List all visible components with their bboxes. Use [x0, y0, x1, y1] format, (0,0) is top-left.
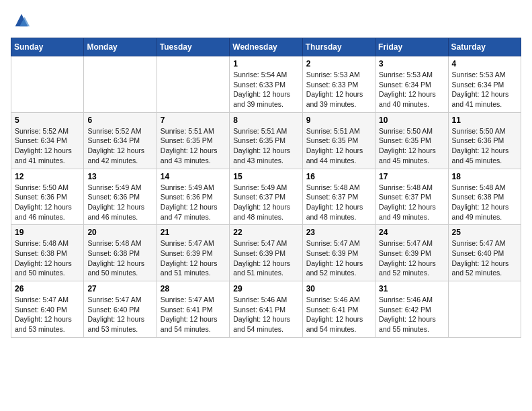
calendar-week-row: 1Sunrise: 5:54 AMSunset: 6:33 PMDaylight… — [11, 56, 521, 113]
calendar-cell: 5Sunrise: 5:52 AMSunset: 6:34 PMDaylight… — [11, 112, 84, 169]
weekday-header: Friday — [375, 38, 448, 56]
day-info: Sunrise: 5:50 AMSunset: 6:36 PMDaylight:… — [15, 183, 80, 222]
day-info: Sunrise: 5:49 AMSunset: 6:36 PMDaylight:… — [161, 183, 226, 222]
day-info: Sunrise: 5:47 AMSunset: 6:39 PMDaylight:… — [233, 238, 298, 278]
calendar-cell: 2Sunrise: 5:53 AMSunset: 6:33 PMDaylight… — [302, 56, 375, 113]
day-number: 10 — [379, 116, 444, 125]
calendar-cell: 25Sunrise: 5:47 AMSunset: 6:40 PMDayligh… — [448, 225, 521, 281]
calendar-cell — [84, 56, 157, 113]
calendar-cell: 1Sunrise: 5:54 AMSunset: 6:33 PMDaylight… — [230, 56, 302, 113]
day-info: Sunrise: 5:48 AMSunset: 6:38 PMDaylight:… — [15, 238, 80, 278]
weekday-header: Wednesday — [230, 38, 302, 56]
day-number: 22 — [233, 228, 298, 237]
calendar-week-row: 5Sunrise: 5:52 AMSunset: 6:34 PMDaylight… — [11, 112, 521, 169]
day-number: 31 — [379, 284, 444, 293]
day-info: Sunrise: 5:51 AMSunset: 6:35 PMDaylight:… — [233, 126, 298, 166]
day-info: Sunrise: 5:53 AMSunset: 6:34 PMDaylight:… — [379, 70, 444, 109]
calendar-cell: 13Sunrise: 5:49 AMSunset: 6:36 PMDayligh… — [84, 169, 157, 225]
page-header — [11, 11, 521, 30]
day-number: 28 — [161, 284, 226, 293]
calendar-cell: 7Sunrise: 5:51 AMSunset: 6:35 PMDaylight… — [157, 112, 229, 169]
calendar-cell: 14Sunrise: 5:49 AMSunset: 6:36 PMDayligh… — [157, 169, 229, 225]
calendar-cell: 21Sunrise: 5:47 AMSunset: 6:39 PMDayligh… — [157, 225, 229, 281]
day-info: Sunrise: 5:47 AMSunset: 6:40 PMDaylight:… — [452, 238, 517, 278]
day-number: 23 — [306, 228, 371, 237]
weekday-header-row: SundayMondayTuesdayWednesdayThursdayFrid… — [11, 38, 521, 56]
day-number: 15 — [233, 172, 298, 181]
day-number: 1 — [233, 59, 298, 68]
calendar-cell: 27Sunrise: 5:47 AMSunset: 6:40 PMDayligh… — [84, 281, 157, 338]
day-info: Sunrise: 5:47 AMSunset: 6:40 PMDaylight:… — [87, 295, 152, 334]
day-info: Sunrise: 5:47 AMSunset: 6:41 PMDaylight:… — [161, 295, 226, 334]
day-number: 21 — [161, 228, 226, 237]
calendar-cell: 20Sunrise: 5:48 AMSunset: 6:38 PMDayligh… — [84, 225, 157, 281]
day-info: Sunrise: 5:50 AMSunset: 6:36 PMDaylight:… — [452, 126, 517, 166]
weekday-header: Sunday — [11, 38, 84, 56]
calendar-cell: 30Sunrise: 5:46 AMSunset: 6:41 PMDayligh… — [302, 281, 375, 338]
day-number: 13 — [87, 172, 152, 181]
day-info: Sunrise: 5:53 AMSunset: 6:33 PMDaylight:… — [306, 70, 371, 109]
day-info: Sunrise: 5:49 AMSunset: 6:37 PMDaylight:… — [233, 183, 298, 222]
day-number: 4 — [452, 59, 517, 68]
calendar-cell: 26Sunrise: 5:47 AMSunset: 6:40 PMDayligh… — [11, 281, 84, 338]
day-number: 8 — [233, 116, 298, 125]
day-info: Sunrise: 5:47 AMSunset: 6:39 PMDaylight:… — [161, 238, 226, 278]
calendar-cell: 12Sunrise: 5:50 AMSunset: 6:36 PMDayligh… — [11, 169, 84, 225]
day-info: Sunrise: 5:51 AMSunset: 6:35 PMDaylight:… — [306, 126, 371, 166]
day-info: Sunrise: 5:53 AMSunset: 6:34 PMDaylight:… — [452, 70, 517, 109]
calendar-cell: 19Sunrise: 5:48 AMSunset: 6:38 PMDayligh… — [11, 225, 84, 281]
day-number: 25 — [452, 228, 517, 237]
calendar-cell: 24Sunrise: 5:47 AMSunset: 6:39 PMDayligh… — [375, 225, 448, 281]
calendar-cell: 23Sunrise: 5:47 AMSunset: 6:39 PMDayligh… — [302, 225, 375, 281]
calendar-cell: 8Sunrise: 5:51 AMSunset: 6:35 PMDaylight… — [230, 112, 302, 169]
calendar-week-row: 26Sunrise: 5:47 AMSunset: 6:40 PMDayligh… — [11, 281, 521, 338]
day-info: Sunrise: 5:46 AMSunset: 6:41 PMDaylight:… — [306, 295, 371, 334]
calendar-cell — [448, 281, 521, 338]
day-info: Sunrise: 5:48 AMSunset: 6:38 PMDaylight:… — [452, 183, 517, 222]
calendar-cell: 29Sunrise: 5:46 AMSunset: 6:41 PMDayligh… — [230, 281, 302, 338]
calendar-cell: 4Sunrise: 5:53 AMSunset: 6:34 PMDaylight… — [448, 56, 521, 113]
day-info: Sunrise: 5:46 AMSunset: 6:42 PMDaylight:… — [379, 295, 444, 334]
day-number: 19 — [15, 228, 80, 237]
day-number: 5 — [15, 116, 80, 125]
day-number: 27 — [87, 284, 152, 293]
day-number: 9 — [306, 116, 371, 125]
day-number: 26 — [15, 284, 80, 293]
day-info: Sunrise: 5:46 AMSunset: 6:41 PMDaylight:… — [233, 295, 298, 334]
day-number: 18 — [452, 172, 517, 181]
day-info: Sunrise: 5:54 AMSunset: 6:33 PMDaylight:… — [233, 70, 298, 109]
day-info: Sunrise: 5:47 AMSunset: 6:39 PMDaylight:… — [306, 238, 371, 278]
calendar-table: SundayMondayTuesdayWednesdayThursdayFrid… — [11, 38, 521, 338]
day-number: 20 — [87, 228, 152, 237]
calendar-week-row: 19Sunrise: 5:48 AMSunset: 6:38 PMDayligh… — [11, 225, 521, 281]
day-number: 6 — [87, 116, 152, 125]
calendar-cell: 3Sunrise: 5:53 AMSunset: 6:34 PMDaylight… — [375, 56, 448, 113]
day-number: 29 — [233, 284, 298, 293]
calendar-cell: 16Sunrise: 5:48 AMSunset: 6:37 PMDayligh… — [302, 169, 375, 225]
day-number: 3 — [379, 59, 444, 68]
day-number: 30 — [306, 284, 371, 293]
day-info: Sunrise: 5:47 AMSunset: 6:39 PMDaylight:… — [379, 238, 444, 278]
calendar-week-row: 12Sunrise: 5:50 AMSunset: 6:36 PMDayligh… — [11, 169, 521, 225]
calendar-cell: 6Sunrise: 5:52 AMSunset: 6:34 PMDaylight… — [84, 112, 157, 169]
logo — [11, 11, 31, 30]
weekday-header: Thursday — [302, 38, 375, 56]
weekday-header: Saturday — [448, 38, 521, 56]
weekday-header: Tuesday — [157, 38, 229, 56]
calendar-cell: 9Sunrise: 5:51 AMSunset: 6:35 PMDaylight… — [302, 112, 375, 169]
day-number: 17 — [379, 172, 444, 181]
day-info: Sunrise: 5:48 AMSunset: 6:37 PMDaylight:… — [306, 183, 371, 222]
calendar-cell: 28Sunrise: 5:47 AMSunset: 6:41 PMDayligh… — [157, 281, 229, 338]
day-number: 16 — [306, 172, 371, 181]
calendar-cell: 11Sunrise: 5:50 AMSunset: 6:36 PMDayligh… — [448, 112, 521, 169]
day-info: Sunrise: 5:51 AMSunset: 6:35 PMDaylight:… — [161, 126, 226, 166]
calendar-cell — [157, 56, 229, 113]
logo-icon — [12, 11, 31, 30]
calendar-cell: 31Sunrise: 5:46 AMSunset: 6:42 PMDayligh… — [375, 281, 448, 338]
day-info: Sunrise: 5:52 AMSunset: 6:34 PMDaylight:… — [15, 126, 80, 166]
calendar-cell: 10Sunrise: 5:50 AMSunset: 6:35 PMDayligh… — [375, 112, 448, 169]
calendar-cell — [11, 56, 84, 113]
day-info: Sunrise: 5:48 AMSunset: 6:37 PMDaylight:… — [379, 183, 444, 222]
day-number: 12 — [15, 172, 80, 181]
calendar-cell: 18Sunrise: 5:48 AMSunset: 6:38 PMDayligh… — [448, 169, 521, 225]
